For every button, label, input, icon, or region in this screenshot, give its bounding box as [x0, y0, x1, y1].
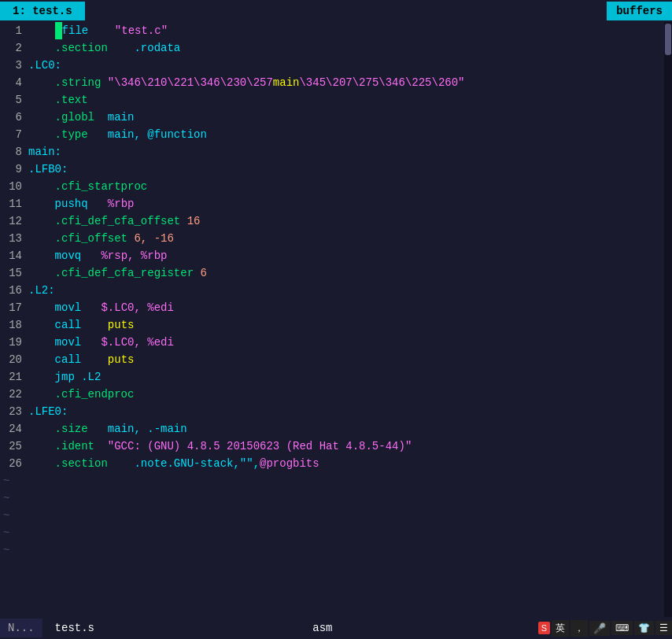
token: "GCC: (GNU) 4.8.5 20150623 (Red Hat 4.8.… [94, 440, 412, 452]
tilde-char: ~ [0, 472, 9, 489]
line-number: 7 [0, 126, 28, 143]
token: 6 [194, 267, 207, 279]
table-row: 2 .section .rodata [0, 39, 672, 57]
buffers-button[interactable]: buffers [607, 2, 672, 20]
token: \345\207\275\346\225\260" [299, 76, 464, 89]
table-row: 1 file "test.c" [0, 22, 672, 39]
line-number: 19 [0, 334, 28, 351]
tilde-char: ~ [0, 541, 9, 559]
line-content: .L2: [28, 282, 55, 299]
line-number: 18 [0, 316, 28, 334]
nav-button[interactable]: N... [0, 619, 42, 637]
line-number: 21 [0, 368, 28, 386]
mic-icon[interactable]: 🎤 [589, 621, 610, 636]
table-row: 11 pushq %rbp [0, 195, 672, 212]
menu-icon[interactable]: ☰ [655, 621, 672, 635]
bottom-left: N... test.s [0, 619, 107, 637]
line-number: 25 [0, 438, 28, 455]
line-content: .ident "GCC: (GNU) 4.8.5 20150623 (Red H… [28, 438, 412, 455]
token [28, 24, 55, 37]
line-number: 9 [0, 161, 28, 178]
token: main [273, 76, 300, 89]
tilde-line: ~ [0, 472, 672, 489]
table-row: 10 .cfi_startproc [0, 178, 672, 195]
tilde-char: ~ [0, 489, 9, 507]
line-number: 11 [0, 195, 28, 212]
line-content: .cfi_offset 6, -16 [28, 230, 174, 247]
table-row: 16.L2: [0, 282, 672, 299]
table-row: 25 .ident "GCC: (GNU) 4.8.5 20150623 (Re… [0, 438, 672, 455]
csdn-icon[interactable]: S [538, 622, 550, 634]
shirt-icon[interactable]: 👕 [634, 621, 654, 635]
token: main [94, 111, 134, 124]
line-number: 4 [0, 74, 28, 91]
token: main, @function [88, 128, 207, 141]
token: .LFB0: [28, 163, 68, 175]
line-content: .LFE0: [28, 403, 68, 420]
token: 6, -16 [127, 232, 174, 245]
table-row: 24 .size main, .-main [0, 420, 672, 438]
table-row: 5 .text [0, 91, 672, 109]
line-content: .cfi_startproc [28, 178, 147, 195]
token: .section [28, 42, 108, 54]
active-tab[interactable]: 1: test.s [0, 2, 85, 20]
line-number: 1 [0, 22, 28, 39]
token: .globl [28, 111, 94, 124]
line-content: file "test.c" [28, 22, 168, 39]
token: @progbits [260, 457, 319, 470]
line-content: .section .note.GNU-stack,"",@progbits [28, 455, 319, 472]
token: .rodata [108, 42, 180, 54]
scrollbar[interactable] [664, 22, 672, 617]
line-content: .type main, @function [28, 126, 207, 143]
line-number: 8 [0, 143, 28, 161]
line-content: movl $.LC0, %edi [28, 334, 174, 351]
token: puts [81, 319, 134, 331]
line-content: pushq %rbp [28, 195, 134, 212]
line-number: 10 [0, 178, 28, 195]
keyboard-icon[interactable]: ⌨ [611, 621, 633, 635]
line-number: 5 [0, 91, 28, 109]
token: .cfi_def_cfa_offset [28, 215, 180, 227]
token: .cfi_startproc [28, 180, 147, 193]
token: .text [28, 94, 88, 106]
table-row: 17 movl $.LC0, %edi [0, 299, 672, 316]
line-content: main: [28, 143, 61, 161]
line-number: 3 [0, 57, 28, 74]
line-content: movq %rsp, %rbp [28, 247, 167, 264]
line-content: movl $.LC0, %edi [28, 299, 174, 316]
table-row: 18 call puts [0, 316, 672, 334]
bottom-filetype: asm [312, 622, 332, 634]
line-number: 16 [0, 282, 28, 299]
line-content: jmp .L2 [28, 368, 101, 386]
token: .ident [28, 440, 94, 452]
token: jmp [28, 371, 75, 383]
token: %rbp [88, 198, 135, 210]
token: .L2: [28, 284, 55, 297]
token: .cfi_offset [28, 232, 127, 245]
token: main, .-main [88, 423, 187, 435]
token: "test.c" [88, 24, 168, 37]
token: .L2 [75, 371, 102, 383]
line-number: 15 [0, 264, 28, 282]
line-number: 23 [0, 403, 28, 420]
table-row: 14 movq %rsp, %rbp [0, 247, 672, 264]
line-number: 2 [0, 39, 28, 57]
line-content: call puts [28, 351, 134, 368]
token: .LC0: [28, 59, 61, 72]
line-content: .globl main [28, 109, 134, 126]
token: movl [28, 301, 81, 314]
scrollbar-thumb[interactable] [665, 24, 671, 55]
cursor [55, 22, 62, 39]
token: .cfi_endproc [28, 388, 134, 401]
line-content: .section .rodata [28, 39, 180, 57]
token: .note.GNU-stack,"", [108, 457, 260, 470]
lang-icon[interactable]: 英 [552, 620, 569, 637]
token: main: [28, 146, 61, 158]
line-number: 12 [0, 212, 28, 230]
table-row: 21 jmp .L2 [0, 368, 672, 386]
tilde-line: ~ [0, 507, 672, 524]
token: call [28, 319, 81, 331]
table-row: 8main: [0, 143, 672, 161]
line-content: call puts [28, 316, 134, 334]
token: puts [81, 353, 134, 366]
